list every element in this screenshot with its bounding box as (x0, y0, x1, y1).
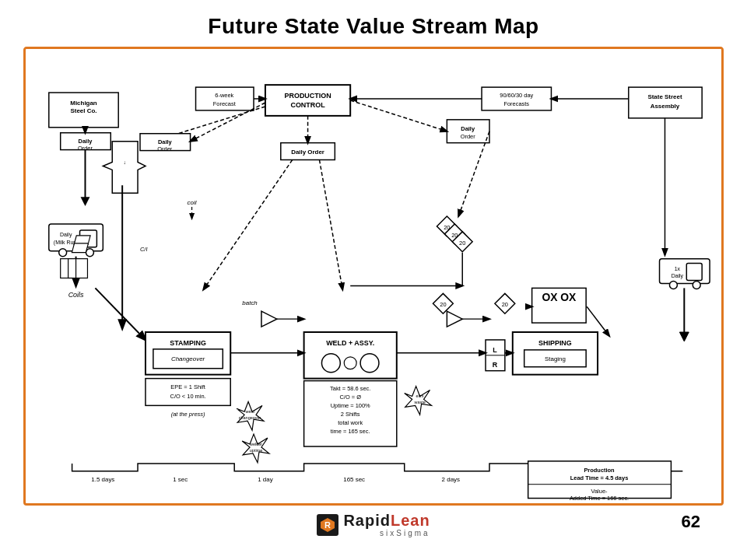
svg-text:elim: elim (416, 394, 424, 398)
svg-text:Daily: Daily (79, 138, 93, 145)
svg-text:OX OX: OX OX (542, 291, 577, 303)
svg-point-68 (360, 354, 379, 373)
svg-point-39 (86, 249, 93, 257)
svg-rect-110 (686, 264, 702, 281)
svg-text:total work: total work (338, 419, 363, 426)
svg-text:Daily: Daily (672, 273, 684, 279)
svg-text:uptime: uptime (250, 448, 262, 453)
footer: R RapidLean sixSigma 62 (0, 506, 747, 537)
svg-text:Value-: Value- (591, 488, 608, 495)
svg-text:1 day: 1 day (258, 476, 272, 483)
svg-point-38 (59, 249, 67, 257)
logo-lean: Lean (391, 512, 430, 529)
svg-text:coil: coil (188, 199, 197, 206)
svg-text:waste: waste (413, 400, 425, 404)
svg-text:Added Time = 166 sec.: Added Time = 166 sec. (570, 495, 629, 502)
svg-text:changeover: changeover (239, 415, 261, 420)
svg-point-67 (344, 357, 356, 369)
svg-text:Staging: Staging (545, 355, 566, 362)
svg-rect-140 (72, 243, 88, 253)
svg-text:↓: ↓ (123, 159, 125, 165)
svg-text:Forecast: Forecast (213, 100, 237, 107)
svg-text:Lead Time = 4.5 days: Lead Time = 4.5 days (570, 474, 628, 481)
svg-text:STAMPING: STAMPING (170, 339, 206, 347)
logo-icon: R (317, 514, 338, 536)
svg-point-66 (321, 354, 340, 373)
svg-text:Daily: Daily (158, 138, 173, 145)
svg-text:Forecasts: Forecasts (503, 100, 529, 107)
svg-text:CONTROL: CONTROL (290, 101, 325, 109)
svg-text:PRODUCTION: PRODUCTION (285, 92, 331, 100)
logo-sixsigma: sixSigma (343, 529, 430, 537)
svg-text:20: 20 (502, 301, 508, 308)
svg-text:Assembly: Assembly (651, 103, 680, 110)
logo-area: R RapidLean sixSigma (317, 512, 430, 537)
svg-text:C/O = Ø: C/O = Ø (339, 394, 361, 401)
svg-text:WELD + ASSY.: WELD + ASSY. (326, 339, 374, 347)
svg-text:Changeover: Changeover (171, 355, 205, 362)
svg-text:165 sec: 165 sec (343, 476, 365, 483)
svg-text:1 sec: 1 sec (173, 476, 188, 483)
svg-text:EPE = 1 Shift: EPE = 1 Shift (170, 383, 205, 390)
page-number: 62 (682, 512, 700, 532)
svg-text:Daily Order: Daily Order (291, 149, 324, 156)
svg-rect-46 (76, 259, 88, 278)
svg-text:2 Shifts: 2 Shifts (341, 411, 360, 418)
svg-text:C/I: C/I (140, 246, 148, 253)
svg-text:Daily: Daily (60, 232, 72, 238)
svg-text:welder: welder (249, 442, 262, 446)
svg-point-111 (669, 281, 677, 289)
svg-text:90/60/30 day: 90/60/30 day (500, 92, 533, 99)
svg-text:(at the press): (at the press) (171, 411, 205, 418)
svg-text:Uptime = 100%: Uptime = 100% (331, 402, 370, 409)
svg-text:Order: Order (157, 145, 173, 152)
svg-text:R: R (493, 361, 498, 369)
svg-text:SHIPPING: SHIPPING (538, 339, 572, 347)
svg-text:Coils: Coils (68, 291, 84, 299)
svg-text:State Street: State Street (647, 93, 682, 100)
svg-text:time = 165 sec.: time = 165 sec. (331, 428, 370, 435)
svg-text:weld: weld (244, 409, 254, 414)
svg-text:L: L (493, 346, 497, 354)
svg-text:1.5 days: 1.5 days (91, 476, 114, 483)
svg-text:1x: 1x (675, 266, 681, 271)
svg-text:Steel Co.: Steel Co. (71, 107, 97, 114)
svg-text:Takt = 58.6 sec.: Takt = 58.6 sec. (330, 386, 370, 393)
svg-text:6-week: 6-week (215, 92, 233, 99)
svg-text:Daily: Daily (461, 125, 475, 132)
svg-text:2 days: 2 days (442, 476, 460, 483)
svg-text:batch: batch (242, 299, 258, 306)
svg-text:20: 20 (440, 301, 446, 308)
svg-text:Production: Production (584, 467, 615, 474)
diagram-border: Michigan Steel Co. Daily Order PRODUCTIO… (23, 47, 724, 506)
svg-text:20: 20 (459, 240, 465, 247)
svg-text:Order: Order (461, 133, 476, 140)
page-title: Future State Value Stream Map (0, 0, 747, 47)
diagram-content: Michigan Steel Co. Daily Order PRODUCTIO… (26, 49, 721, 503)
svg-text:C/O < 10 min.: C/O < 10 min. (170, 393, 206, 400)
svg-text:Michigan: Michigan (70, 100, 97, 107)
svg-text:R: R (324, 520, 331, 530)
svg-point-112 (693, 281, 700, 289)
logo-rapid: Rapid (343, 512, 391, 529)
